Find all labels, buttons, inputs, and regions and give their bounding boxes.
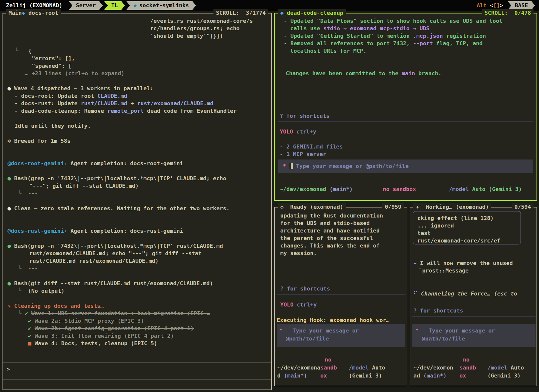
terminal-line: 'should be empty'"]}]) [150,32,223,40]
terminal-line: Idle until they notify. [15,122,91,130]
terminal-line: └ ✔ Wave 1: UDS server foundation + hook… [18,310,210,317]
terminal-line: /events.rs rust/exomonad-core/s [150,17,253,25]
pane-title-ready: ◇ Ready (exomonad) [278,203,346,211]
terminal-line: ● Wave 4 dispatched — 3 workers in paral… [8,85,153,92]
mode-indicator-base: BASE [508,1,535,10]
prompt-divider-bottom [3,379,271,380]
scroll-indicator: SCROLL: 0/478 [482,9,533,17]
terminal-line: @path/to/file [422,335,465,342]
terminal-line: Executing Hook: exomonad hook wor… [277,316,389,324]
terminal-line: /model Auto [349,364,385,372]
scroll-counter: 0/594 [512,203,533,211]
terminal-line: ~/dev/exomon [413,364,453,372]
terminal-line: ? for shortcuts [280,112,330,120]
terminal-line: changes. This marks the end of [280,242,380,250]
terminal-line: Changes have been committed to the main … [286,70,442,77]
tab-server[interactable]: Server [69,1,103,10]
message-input[interactable]: * Type your message or@path/to/file [412,324,535,347]
gem-icon: ◆ [22,9,25,17]
terminal-line: ✳ Cleaning up docs and tests… [8,302,104,310]
terminal-line: YOLO ctrl+y [280,128,316,136]
terminal-line: ... ignored [417,222,454,230]
terminal-line: ? for shortcuts [413,307,463,314]
alt-keybinding-hint: Alt <[]> [477,2,503,9]
terminal-line: /model Auto [487,364,524,372]
terminal-line: d (main*) [277,372,307,380]
gem-icon: ◆ [280,9,284,17]
terminal-line: * Type your message or [279,327,359,334]
terminal-line: updating the Rust documentation [280,212,383,220]
terminal-line: ✔ Wave 2b: Agent config generation (EPIC… [28,325,194,332]
terminal-line: @docs-root-gemini› Agent completion: doc… [8,160,183,167]
terminal-line: * Type your message or [415,327,495,334]
terminal-line: no sandbox [383,186,416,193]
terminal-line: @path/to/file [286,335,329,342]
terminal-line: ox [459,372,466,380]
terminal-line: "spawned": [ [32,62,72,70]
terminal-line: - docs-root: Update root CLAUDE.md [15,92,127,100]
terminal-line: (Gemini 3) [487,372,520,380]
terminal-line: ■ Wave 4: Docs, tests, cleanup (EPIC 5) [28,340,157,347]
terminal-line: localhost URLs for MCP. [290,47,367,55]
prompt-divider-top [3,362,271,363]
terminal-line: └ { [15,47,32,55]
terminal-line: /model Auto (Gemini 3) [449,186,522,193]
terminal-line: ~/dev/exomonasandb [277,364,337,372]
terminal-line: "---"; git diff --stat CLAUDE.md) [29,182,139,190]
pane-working-exomonad[interactable]: ✦ Working… (exomonad) 0/594 cking_effect… [410,207,537,386]
terminal-line: rc/handlers/groups.rs; echo [150,25,240,32]
terminal-line: `prost::Message [419,267,469,274]
zellij-status-bar: Zellij (EXOMONAD) Server TL ◆socket-syml… [0,0,539,11]
section-divider [277,294,405,294]
terminal-line: rust/CLAUDE.md rust/exomonad/CLAUDE.md) [29,257,159,265]
gem-icon: ◆ [133,2,137,8]
terminal-line: - 2 GEMINI.md files [280,143,343,150]
message-input[interactable]: * Type your message or@path/to/file [277,324,405,347]
terminal-line: rust/exomonad-core/src/ef [417,237,500,244]
terminal-line: - Removed all references to port 7432, -… [284,40,483,47]
diamond-icon: ◇ [280,203,284,211]
terminal-line: ● Bash(git diff --stat rust/CLAUDE.md ru… [8,280,213,287]
terminal-line: (Gemini 3) [349,372,382,380]
terminal-line: - dead-code-cleanup: Remove remote_port … [15,107,236,115]
terminal-line: the parent of the successful [280,234,373,242]
terminal-line: - Updated "Data Flows" section to show h… [284,17,502,25]
terminal-line: rust/exomonad/CLAUDE.md; echo "---"; git… [29,250,202,257]
terminal-line: - Updated "Getting Started" to mention .… [284,32,486,40]
terminal-line: YOLO ctrl+y [280,301,317,308]
tab-socket-symlinks[interactable]: ◆socket-symlinks [126,1,196,10]
terminal-line: my session. [280,250,317,257]
terminal-line: cking_effect (line 128) [417,214,494,222]
pane-title-working: ✦ Working… (exomonad) [413,203,491,211]
terminal-line: ad (main*) [413,372,446,380]
terminal-line: ✔ Wave 3: Init flow rewiring (EPIC 4 par… [28,332,174,340]
pane-ready-exomonad[interactable]: ◇ Ready (exomonad) 0/959 * Type your mes… [274,207,407,386]
terminal-line: ? for shortcuts [280,285,330,292]
terminal-line: ~/dev/exomonad (main*) [280,186,353,193]
terminal-line: └ (No output) [18,287,64,295]
pane-dead-code-cleanup[interactable]: ◆ dead-code-cleanup SCROLL: 0/478 * ▌ Ty… [274,13,537,201]
terminal-line: test [417,230,431,237]
terminal-line: └ --- [18,265,38,272]
terminal-line: ✔ Wave 2a: Stdio MCP proxy (EPIC 3) [28,317,144,325]
sparkle-icon: ✦ [416,203,419,211]
terminal-line: * ▌ Type your message or @path/to/file [283,162,409,170]
message-input[interactable]: * ▌ Type your message or @path/to/file [278,160,533,173]
section-divider [278,122,533,122]
terminal-line: no [325,356,332,364]
scroll-counter: 0/959 [382,203,404,211]
tab-tl-active[interactable]: TL [104,1,125,10]
terminal-line: - 1 MCP server [280,150,326,158]
section-divider [412,316,535,316]
terminal-line: … +23 lines (ctrl+o to expand) [25,70,124,77]
terminal-line: ⠋ Channeling the Force… (esc to [413,290,517,298]
terminal-line: for the UDS and stdio-based [280,220,370,227]
terminal-line: sandb [459,364,476,372]
shell-prompt[interactable]: > [7,366,10,373]
pane-docs-root[interactable]: Main◆ docs-root SCROLL: 3/1774 > /events… [3,13,272,390]
terminal-line: no [463,356,470,364]
terminal-line: ✦ I will now remove the unused [413,260,513,267]
terminal-line: ● Bash(grep -n '7432\|--port\|localhost.… [8,242,223,250]
terminal-line: └ --- [18,190,38,197]
pane-title-docs-root: Main◆ docs-root [6,9,61,17]
